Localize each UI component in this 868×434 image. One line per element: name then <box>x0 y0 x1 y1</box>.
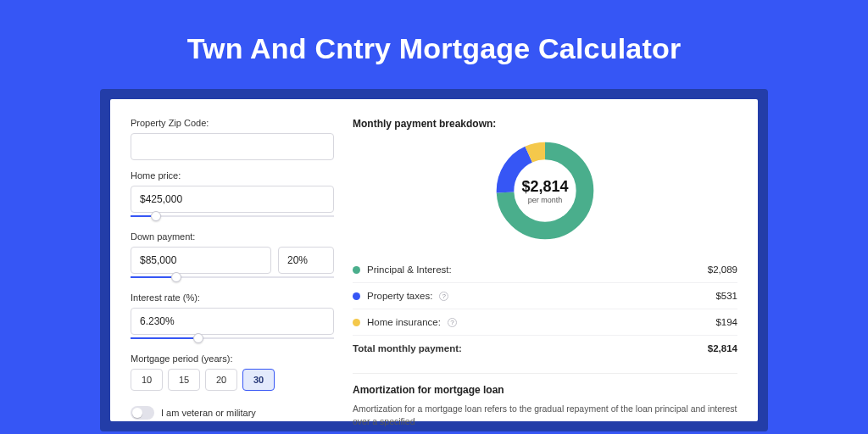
page-title: Twn And Cntry Mortgage Calculator <box>187 32 682 65</box>
amortization-text: Amortization for a mortgage loan refers … <box>353 403 737 427</box>
period-option-20[interactable]: 20 <box>205 369 237 391</box>
breakdown-row-principal: Principal & Interest: $2,089 <box>353 257 737 282</box>
period-option-10[interactable]: 10 <box>131 369 163 391</box>
period-label: Mortgage period (years): <box>131 353 334 364</box>
breakdown-row-insurance: Home insurance: ? $194 <box>353 309 737 335</box>
info-icon[interactable]: ? <box>448 318 457 327</box>
panel-backplate: Property Zip Code: Home price: Down paym… <box>100 89 768 431</box>
period-options: 10 15 20 30 <box>131 369 334 391</box>
breakdown-label: Principal & Interest: <box>367 264 452 275</box>
donut-center-sub: per month <box>528 196 563 204</box>
down-payment-label: Down payment: <box>131 231 334 242</box>
period-option-30[interactable]: 30 <box>242 369 275 391</box>
interest-rate-label: Interest rate (%): <box>131 292 334 303</box>
zip-label: Property Zip Code: <box>131 118 334 128</box>
amortization-heading: Amortization for mortgage loan <box>353 373 737 396</box>
breakdown-value: $194 <box>715 317 737 327</box>
form-column: Property Zip Code: Home price: Down paym… <box>131 118 334 413</box>
breakdown-label: Home insurance: <box>367 317 441 327</box>
down-payment-pct-input[interactable] <box>278 247 334 274</box>
period-option-15[interactable]: 15 <box>168 369 200 391</box>
donut-center-value: $2,814 <box>521 178 568 196</box>
calculator-panel: Property Zip Code: Home price: Down paym… <box>110 99 758 421</box>
breakdown-donut-chart: $2,814 per month <box>492 138 598 243</box>
info-icon[interactable]: ? <box>439 292 448 301</box>
breakdown-row-taxes: Property taxes: ? $531 <box>353 282 737 309</box>
dot-icon <box>353 319 360 326</box>
breakdown-label: Property taxes: <box>367 291 432 301</box>
veteran-toggle[interactable] <box>131 406 154 420</box>
breakdown-row-total: Total monthly payment: $2,814 <box>353 335 737 361</box>
breakdown-column: Monthly payment breakdown: $2,814 per mo… <box>353 118 737 413</box>
down-payment-slider[interactable] <box>131 272 334 282</box>
breakdown-heading: Monthly payment breakdown: <box>353 118 737 130</box>
zip-input[interactable] <box>131 133 334 160</box>
down-payment-input[interactable] <box>131 247 271 274</box>
home-price-input[interactable] <box>131 186 334 213</box>
breakdown-value: $2,089 <box>708 264 737 275</box>
home-price-slider[interactable] <box>131 211 334 221</box>
dot-icon <box>353 266 360 274</box>
breakdown-total-label: Total monthly payment: <box>353 343 462 353</box>
home-price-label: Home price: <box>131 170 334 181</box>
breakdown-value: $531 <box>715 291 737 301</box>
veteran-label: I am veteran or military <box>161 408 256 418</box>
dot-icon <box>353 292 360 300</box>
interest-rate-slider[interactable] <box>131 333 334 343</box>
interest-rate-input[interactable] <box>131 308 334 335</box>
breakdown-total-value: $2,814 <box>708 343 737 353</box>
